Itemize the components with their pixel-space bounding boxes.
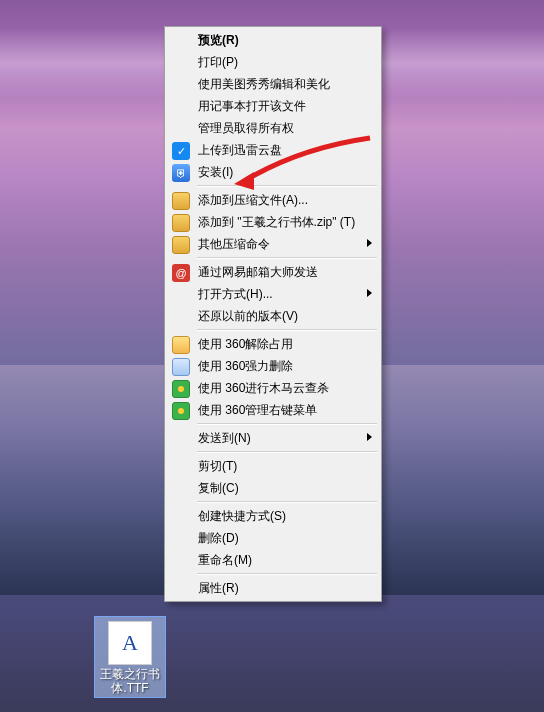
menu-item-label: 发送到(N) bbox=[198, 430, 251, 447]
menu-separator bbox=[197, 185, 377, 187]
submenu-arrow-icon bbox=[367, 239, 372, 247]
font-file-icon: A bbox=[108, 621, 152, 665]
menu-item-label: 管理员取得所有权 bbox=[198, 120, 294, 137]
menu-item-label: 使用美图秀秀编辑和美化 bbox=[198, 76, 330, 93]
menu-item-label: 添加到 "王羲之行书体.zip" (T) bbox=[198, 214, 355, 231]
add-archive-icon bbox=[172, 192, 190, 210]
menu-item-label: 用记事本打开该文件 bbox=[198, 98, 306, 115]
menu-item-preview[interactable]: 预览(R) bbox=[167, 29, 379, 51]
menu-item-admin-own[interactable]: 管理员取得所有权 bbox=[167, 117, 379, 139]
360-unlock-icon bbox=[172, 336, 190, 354]
menu-item-label: 打印(P) bbox=[198, 54, 238, 71]
menu-separator bbox=[197, 451, 377, 453]
font-glyph: A bbox=[122, 630, 138, 656]
menu-item-print[interactable]: 打印(P) bbox=[167, 51, 379, 73]
menu-item-label: 使用 360进行木马云查杀 bbox=[198, 380, 329, 397]
menu-item-cut[interactable]: 剪切(T) bbox=[167, 455, 379, 477]
menu-item-prev-ver[interactable]: 还原以前的版本(V) bbox=[167, 305, 379, 327]
xunlei-icon: ✓ bbox=[172, 142, 190, 160]
menu-separator bbox=[197, 501, 377, 503]
menu-item-label: 使用 360管理右键菜单 bbox=[198, 402, 317, 419]
menu-item-label: 复制(C) bbox=[198, 480, 239, 497]
desktop-file-ttf[interactable]: A 王羲之行书体.TTF bbox=[94, 616, 166, 698]
menu-item-label: 还原以前的版本(V) bbox=[198, 308, 298, 325]
menu-item-label: 打开方式(H)... bbox=[198, 286, 273, 303]
menu-item-360-delete[interactable]: 使用 360强力删除 bbox=[167, 355, 379, 377]
163mail-icon: @ bbox=[172, 264, 190, 282]
menu-item-sendto[interactable]: 发送到(N) bbox=[167, 427, 379, 449]
menu-item-install[interactable]: ⛨安装(I) bbox=[167, 161, 379, 183]
360-delete-icon bbox=[172, 358, 190, 376]
menu-item-label: 使用 360解除占用 bbox=[198, 336, 293, 353]
menu-item-openwith[interactable]: 打开方式(H)... bbox=[167, 283, 379, 305]
add-zip-icon bbox=[172, 214, 190, 232]
menu-item-label: 创建快捷方式(S) bbox=[198, 508, 286, 525]
menu-item-label: 添加到压缩文件(A)... bbox=[198, 192, 308, 209]
360-trojan-icon bbox=[172, 380, 190, 398]
menu-item-label: 其他压缩命令 bbox=[198, 236, 270, 253]
menu-item-shortcut[interactable]: 创建快捷方式(S) bbox=[167, 505, 379, 527]
submenu-arrow-icon bbox=[367, 433, 372, 441]
menu-item-meitu[interactable]: 使用美图秀秀编辑和美化 bbox=[167, 73, 379, 95]
menu-separator bbox=[197, 423, 377, 425]
menu-item-properties[interactable]: 属性(R) bbox=[167, 577, 379, 599]
menu-separator bbox=[197, 329, 377, 331]
menu-item-360-unlock[interactable]: 使用 360解除占用 bbox=[167, 333, 379, 355]
menu-item-copy[interactable]: 复制(C) bbox=[167, 477, 379, 499]
menu-item-add-archive[interactable]: 添加到压缩文件(A)... bbox=[167, 189, 379, 211]
other-compress-icon bbox=[172, 236, 190, 254]
menu-item-label: 重命名(M) bbox=[198, 552, 252, 569]
menu-item-add-zip[interactable]: 添加到 "王羲之行书体.zip" (T) bbox=[167, 211, 379, 233]
menu-item-delete[interactable]: 删除(D) bbox=[167, 527, 379, 549]
menu-item-label: 使用 360强力删除 bbox=[198, 358, 293, 375]
install-icon: ⛨ bbox=[172, 164, 190, 182]
menu-item-label: 安装(I) bbox=[198, 164, 233, 181]
menu-item-label: 通过网易邮箱大师发送 bbox=[198, 264, 318, 281]
menu-separator bbox=[197, 573, 377, 575]
menu-item-rename[interactable]: 重命名(M) bbox=[167, 549, 379, 571]
menu-item-label: 剪切(T) bbox=[198, 458, 237, 475]
context-menu: 预览(R)打印(P)使用美图秀秀编辑和美化用记事本打开该文件管理员取得所有权✓上… bbox=[164, 26, 382, 602]
menu-separator bbox=[197, 257, 377, 259]
menu-item-label: 属性(R) bbox=[198, 580, 239, 597]
menu-item-label: 预览(R) bbox=[198, 32, 239, 49]
menu-item-163mail[interactable]: @通过网易邮箱大师发送 bbox=[167, 261, 379, 283]
desktop-file-label: 王羲之行书体.TTF bbox=[95, 667, 165, 695]
menu-item-xunlei[interactable]: ✓上传到迅雷云盘 bbox=[167, 139, 379, 161]
menu-item-360-trojan[interactable]: 使用 360进行木马云查杀 bbox=[167, 377, 379, 399]
menu-item-label: 删除(D) bbox=[198, 530, 239, 547]
submenu-arrow-icon bbox=[367, 289, 372, 297]
360-menu-icon bbox=[172, 402, 190, 420]
menu-item-other-compress[interactable]: 其他压缩命令 bbox=[167, 233, 379, 255]
menu-item-360-menu[interactable]: 使用 360管理右键菜单 bbox=[167, 399, 379, 421]
menu-item-label: 上传到迅雷云盘 bbox=[198, 142, 282, 159]
menu-item-notepad[interactable]: 用记事本打开该文件 bbox=[167, 95, 379, 117]
